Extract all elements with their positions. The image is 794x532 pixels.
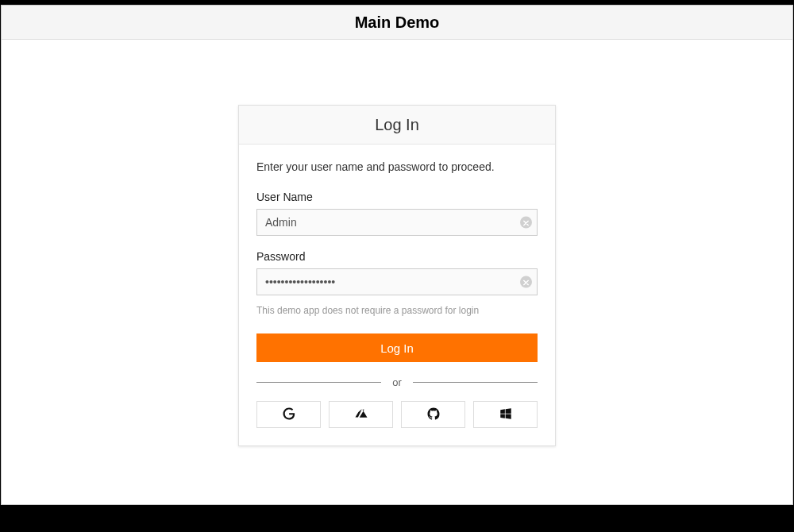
google-icon <box>282 407 296 423</box>
oauth-github-button[interactable] <box>401 401 465 428</box>
page-title: Main Demo <box>355 13 440 32</box>
oauth-separator: or <box>256 376 538 388</box>
github-icon <box>426 407 441 423</box>
content-area: Log In Enter your user name and password… <box>2 40 792 446</box>
clear-icon <box>523 276 529 288</box>
card-title: Log In <box>375 116 419 134</box>
separator-line-right <box>413 382 538 383</box>
password-label: Password <box>256 250 538 263</box>
app-frame: Main Demo Log In Enter your user name an… <box>1 5 793 505</box>
username-input-wrap <box>256 209 538 236</box>
clear-password-button[interactable] <box>520 276 532 288</box>
login-card: Log In Enter your user name and password… <box>238 105 556 446</box>
azure-icon <box>354 407 368 423</box>
password-hint: This demo app does not require a passwor… <box>256 305 538 316</box>
clear-icon <box>523 217 529 229</box>
clear-username-button[interactable] <box>520 217 532 229</box>
password-input[interactable] <box>256 268 538 295</box>
username-label: User Name <box>256 191 538 203</box>
oauth-google-button[interactable] <box>256 401 321 428</box>
card-header: Log In <box>239 106 555 145</box>
password-input-wrap <box>256 268 538 295</box>
login-button[interactable]: Log In <box>256 333 538 362</box>
header-bar: Main Demo <box>2 6 792 40</box>
separator-line-left <box>256 382 381 383</box>
instruction-text: Enter your user name and password to pro… <box>256 160 538 173</box>
separator-label: or <box>392 376 402 388</box>
oauth-windows-button[interactable] <box>473 401 538 428</box>
oauth-azure-button[interactable] <box>329 401 393 428</box>
card-body: Enter your user name and password to pro… <box>239 145 555 445</box>
username-input[interactable] <box>256 209 538 236</box>
oauth-buttons-row <box>256 401 538 428</box>
windows-icon <box>499 407 513 423</box>
